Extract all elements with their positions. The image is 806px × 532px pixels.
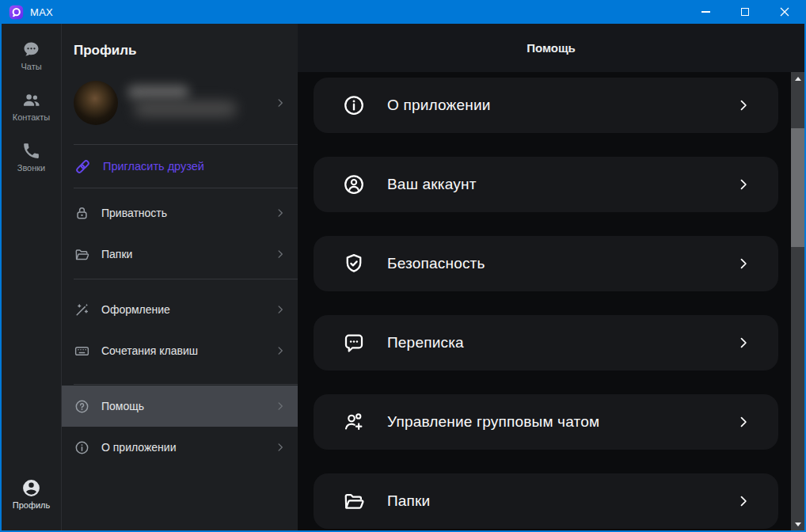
minimize-button[interactable]	[686, 0, 725, 24]
menu-item-folders[interactable]: Папки	[62, 234, 298, 275]
help-card-folders-label: Папки	[387, 492, 736, 510]
window-controls	[686, 0, 804, 24]
menu-group-3: Помощь О приложении	[62, 385, 298, 468]
invite-friends-label: Пригласить друзей	[103, 160, 287, 173]
blurred-username	[126, 82, 273, 124]
open-folder-icon	[74, 246, 90, 263]
help-card-security-label: Безопасность	[387, 255, 736, 272]
window-title: MAX	[30, 6, 53, 18]
scrollbar-down-button[interactable]	[791, 518, 804, 530]
chevron-right-icon	[273, 206, 287, 220]
menu-group-1: Приватность Папки	[62, 188, 298, 279]
lock-icon	[74, 205, 90, 222]
close-button[interactable]	[765, 0, 804, 24]
menu-item-folders-label: Папки	[101, 248, 262, 260]
help-card-your-account[interactable]: Ваш аккаунт	[314, 157, 778, 212]
menu-item-shortcuts[interactable]: Сочетания клавиш	[62, 330, 298, 371]
scrollbar[interactable]	[791, 72, 804, 530]
help-panel: Помощь О приложении	[298, 24, 804, 530]
invite-friends-button[interactable]: Пригласить друзей	[62, 145, 298, 188]
panel-title: Профиль	[74, 43, 298, 59]
rail-item-profile[interactable]: Профиль	[4, 478, 59, 516]
menu-item-appearance-label: Оформление	[101, 303, 262, 316]
chevron-right-icon	[273, 440, 287, 454]
chevron-right-icon	[736, 335, 751, 351]
help-card-about-app[interactable]: О приложении	[314, 78, 778, 133]
chevron-right-icon	[273, 344, 287, 358]
menu-item-privacy-label: Приватность	[101, 207, 262, 219]
maximize-button[interactable]	[725, 0, 765, 24]
menu-item-privacy[interactable]: Приватность	[62, 192, 298, 234]
rail-label-profile: Профиль	[13, 500, 51, 510]
menu-item-about[interactable]: О приложении	[62, 427, 298, 468]
chevron-right-icon	[736, 414, 751, 430]
menu-item-help-label: Помощь	[101, 400, 262, 412]
contacts-icon	[21, 90, 41, 110]
chevron-right-icon	[273, 96, 287, 110]
menu-item-about-label: О приложении	[101, 441, 262, 454]
avatar	[74, 81, 118, 125]
profile-card[interactable]	[74, 79, 287, 127]
chevron-right-icon	[736, 256, 751, 272]
question-circle-icon	[74, 398, 90, 415]
chats-icon	[21, 40, 41, 59]
chevron-right-icon	[736, 177, 751, 192]
keyboard-icon	[74, 343, 90, 359]
help-card-your-account-label: Ваш аккаунт	[387, 176, 736, 193]
help-card-messaging-label: Переписка	[387, 334, 736, 352]
chevron-right-icon	[273, 399, 287, 413]
rail-label-contacts: Контакты	[13, 112, 51, 122]
rail-item-calls[interactable]: Звонки	[4, 141, 59, 179]
nav-rail: Чаты Контакты Звонки	[2, 24, 62, 530]
max-logo-icon	[9, 5, 24, 20]
scrollbar-thumb[interactable]	[791, 128, 804, 247]
menu-item-shortcuts-label: Сочетания клавиш	[101, 344, 262, 357]
rail-label-chats: Чаты	[21, 62, 41, 71]
scrollbar-up-button[interactable]	[791, 72, 804, 85]
help-card-group-chat[interactable]: Управление групповым чатом	[314, 394, 778, 450]
titlebar: MAX	[2, 0, 804, 24]
help-header: Помощь	[298, 24, 804, 72]
chain-link-icon	[74, 158, 92, 176]
rail-item-chats[interactable]: Чаты	[4, 40, 59, 78]
profile-circle-icon	[21, 478, 41, 498]
scroll-down-icon	[795, 522, 801, 526]
people-plus-icon	[342, 410, 366, 434]
chevron-right-icon	[736, 493, 751, 509]
help-header-title: Помощь	[527, 41, 576, 55]
open-folder-icon	[342, 489, 366, 513]
calls-icon	[21, 141, 41, 161]
menu-item-help[interactable]: Помощь	[62, 386, 298, 427]
chevron-right-icon	[273, 302, 287, 317]
scroll-up-icon	[795, 77, 801, 81]
chevron-right-icon	[273, 247, 287, 261]
help-card-folders[interactable]: Папки	[314, 473, 778, 529]
rail-item-contacts[interactable]: Контакты	[4, 90, 59, 128]
help-card-list: О приложении Ваш аккаунт	[298, 72, 804, 530]
menu-group-2: Оформление Сочетания клавиш	[62, 279, 298, 384]
person-circle-icon	[342, 173, 366, 196]
help-card-security[interactable]: Безопасность	[314, 236, 778, 291]
app-body: Чаты Контакты Звонки	[2, 24, 804, 530]
app-window: MAX Чаты	[0, 0, 806, 532]
magic-wand-icon	[74, 302, 90, 318]
rail-label-calls: Звонки	[17, 163, 46, 173]
profile-panel: Профиль Пригласит	[62, 24, 298, 530]
maximize-icon	[741, 8, 749, 16]
minimize-icon	[701, 11, 710, 12]
info-circle-icon	[342, 93, 366, 117]
chat-bubble-dots-icon	[342, 331, 366, 355]
help-card-messaging[interactable]: Переписка	[314, 315, 778, 370]
help-card-group-chat-label: Управление групповым чатом	[387, 413, 736, 431]
menu-item-appearance[interactable]: Оформление	[62, 289, 298, 330]
shield-check-icon	[342, 252, 366, 276]
info-circle-icon	[74, 439, 90, 456]
help-card-about-app-label: О приложении	[387, 97, 736, 114]
close-icon	[779, 6, 790, 17]
titlebar-left: MAX	[2, 5, 686, 20]
chevron-right-icon	[736, 97, 751, 113]
